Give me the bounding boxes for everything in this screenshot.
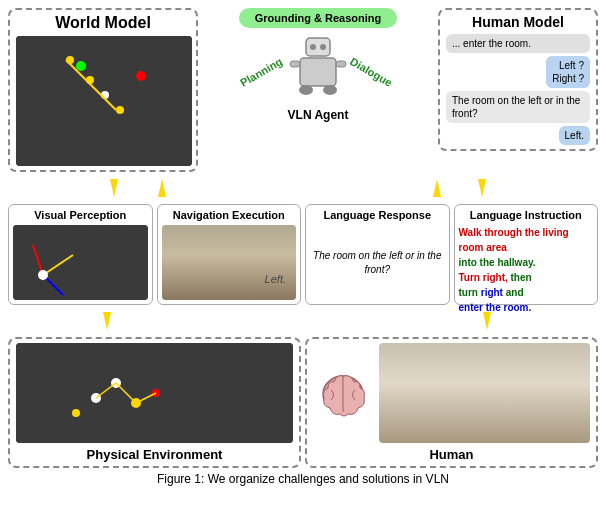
chat-bubble-1: ... enter the room.	[446, 34, 590, 53]
brain-svg	[316, 366, 371, 421]
path-svg	[16, 36, 192, 166]
svg-point-5	[323, 85, 337, 95]
language-instruction-title: Language Instruction	[459, 209, 594, 221]
corridor-image	[379, 343, 590, 443]
top-row: World Model Grounding & Reasoning Plan	[8, 8, 598, 172]
robot-container: Planning Dialogue	[288, 36, 349, 122]
planning-label: Planning	[238, 55, 284, 89]
svg-marker-9	[478, 179, 486, 197]
physical-environment-label: Physical Environment	[16, 447, 293, 462]
language-response-title: Language Response	[310, 209, 445, 221]
svg-rect-7	[336, 61, 346, 67]
human-label: Human	[313, 447, 590, 462]
chat-bubble-4: Left.	[559, 126, 590, 145]
svg-point-2	[320, 44, 326, 50]
main-container: World Model Grounding & Reasoning Plan	[0, 0, 606, 510]
visual-perception-title: Visual Perception	[13, 209, 148, 221]
brain-icon	[313, 363, 373, 423]
instr-part8: and	[506, 287, 524, 298]
svg-marker-16	[103, 312, 111, 330]
middle-row: Visual Perception Navigation Execution L…	[8, 204, 598, 305]
language-response-box: Language Response The room on the left o…	[305, 204, 450, 305]
top-arrows	[8, 176, 598, 200]
human-bottom-box: Human	[305, 337, 598, 468]
navigation-execution-box: Navigation Execution	[157, 204, 302, 305]
instr-part6: turn	[459, 287, 478, 298]
svg-marker-8	[110, 179, 118, 197]
world-model-image	[16, 36, 192, 166]
instr-part1: Walk through the	[459, 227, 540, 238]
human-model-box: Human Model ... enter the room. Left ? R…	[438, 8, 598, 151]
svg-point-21	[72, 409, 80, 417]
phys-env-svg	[16, 343, 293, 443]
language-instruction-box: Language Instruction Walk through the li…	[454, 204, 599, 305]
bottom-arrows	[8, 309, 598, 333]
connector-arrows-svg	[13, 177, 593, 199]
physical-environment-image	[16, 343, 293, 443]
svg-point-1	[310, 44, 316, 50]
visual-perc-arrows	[13, 225, 148, 300]
language-response-content: The room on the left or in the front?	[310, 225, 445, 300]
svg-point-4	[299, 85, 313, 95]
bottom-connector-arrows-svg	[13, 310, 593, 332]
world-model-title: World Model	[16, 14, 190, 32]
svg-line-12	[43, 255, 73, 275]
svg-marker-17	[483, 312, 491, 330]
language-instruction-text: Walk through the living room area into t…	[459, 225, 594, 315]
svg-rect-3	[300, 58, 336, 86]
vln-agent-label: VLN Agent	[288, 108, 349, 122]
svg-marker-10	[158, 179, 166, 197]
svg-point-15	[38, 270, 48, 280]
chat-bubble-3: The room on the left or in the front?	[446, 91, 590, 123]
navigation-execution-title: Navigation Execution	[162, 209, 297, 221]
chat-bubble-2a: Left ? Right ?	[546, 56, 590, 88]
svg-rect-6	[290, 61, 300, 67]
visual-perception-box: Visual Perception	[8, 204, 153, 305]
language-response-text: The room on the left or in the front?	[310, 249, 445, 277]
instr-part4: Turn right,	[459, 272, 508, 283]
instr-part7: right	[481, 287, 503, 298]
robot-icon	[288, 36, 348, 106]
navigation-execution-image	[162, 225, 297, 300]
svg-marker-11	[433, 179, 441, 197]
human-bottom-content	[313, 343, 590, 443]
grounding-box: Grounding & Reasoning	[239, 8, 398, 28]
center-section: Grounding & Reasoning Planning Dialogue	[218, 8, 418, 122]
visual-perception-image	[13, 225, 148, 300]
figure-caption: Figure 1: We organize challenges and sol…	[8, 472, 598, 486]
svg-rect-0	[306, 38, 330, 56]
language-instruction-content: Walk through the living room area into t…	[459, 225, 594, 300]
instr-part3: into the hallway.	[459, 257, 536, 268]
bottom-row: Physical Environment	[8, 337, 598, 468]
chat-bubbles: ... enter the room. Left ? Right ? The r…	[446, 34, 590, 145]
physical-environment-box: Physical Environment	[8, 337, 301, 468]
human-model-title: Human Model	[446, 14, 590, 30]
dialogue-label: Dialogue	[348, 55, 394, 89]
world-model-box: World Model	[8, 8, 198, 172]
instr-part5: then	[511, 272, 532, 283]
